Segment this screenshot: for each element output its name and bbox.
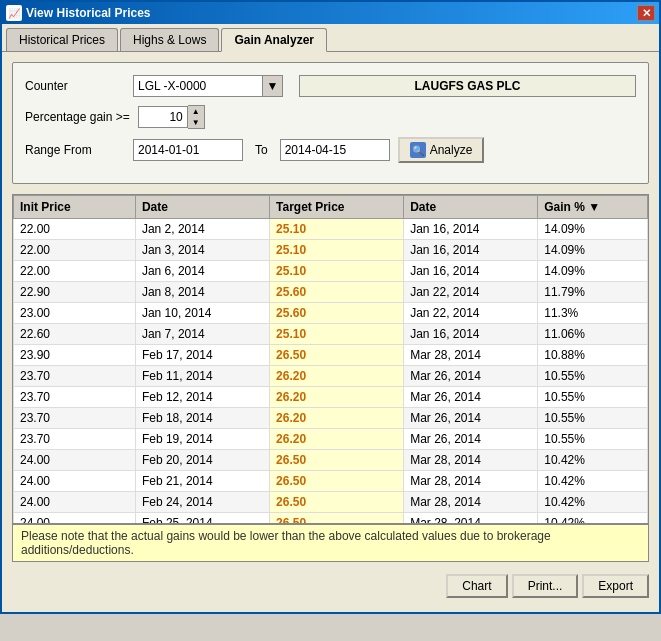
cell-gain: 11.3%: [538, 303, 648, 324]
cell-date2: Mar 28, 2014: [404, 450, 538, 471]
cell-target-price: 26.50: [270, 513, 404, 524]
col-header-init-price: Init Price: [14, 196, 136, 219]
cell-date2: Jan 16, 2014: [404, 324, 538, 345]
cell-init-price: 24.00: [14, 492, 136, 513]
cell-target-price: 25.10: [270, 324, 404, 345]
cell-date1: Feb 19, 2014: [135, 429, 269, 450]
table-row: 24.00Feb 24, 201426.50Mar 28, 201410.42%: [14, 492, 648, 513]
cell-target-price: 25.60: [270, 303, 404, 324]
counter-dropdown-arrow[interactable]: ▼: [263, 75, 283, 97]
cell-date1: Feb 25, 2014: [135, 513, 269, 524]
percentage-label: Percentage gain >=: [25, 110, 130, 124]
cell-date2: Jan 22, 2014: [404, 282, 538, 303]
cell-date1: Feb 18, 2014: [135, 408, 269, 429]
close-button[interactable]: ✕: [637, 5, 655, 21]
cell-gain: 10.42%: [538, 492, 648, 513]
table-row: 24.00Feb 20, 201426.50Mar 28, 201410.42%: [14, 450, 648, 471]
range-from-label: Range From: [25, 143, 125, 157]
cell-date2: Jan 22, 2014: [404, 303, 538, 324]
tab-highs-lows[interactable]: Highs & Lows: [120, 28, 219, 51]
company-name-label: LAUGFS GAS PLC: [299, 75, 636, 97]
cell-init-price: 22.90: [14, 282, 136, 303]
table-header-row: Init Price Date Target Price Date: [14, 196, 648, 219]
cell-date1: Jan 3, 2014: [135, 240, 269, 261]
cell-date1: Jan 6, 2014: [135, 261, 269, 282]
table-row: 22.00Jan 3, 201425.10Jan 16, 201414.09%: [14, 240, 648, 261]
form-section: Counter ▼ LAUGFS GAS PLC Percentage gain…: [12, 62, 649, 184]
table-row: 23.70Feb 11, 201426.20Mar 26, 201410.55%: [14, 366, 648, 387]
table-row: 22.00Jan 6, 201425.10Jan 16, 201414.09%: [14, 261, 648, 282]
analyze-icon: 🔍: [410, 142, 426, 158]
table-wrapper[interactable]: Init Price Date Target Price Date: [13, 195, 648, 523]
range-to-input[interactable]: [280, 139, 390, 161]
cell-date2: Mar 26, 2014: [404, 429, 538, 450]
cell-date2: Mar 26, 2014: [404, 408, 538, 429]
cell-date2: Mar 28, 2014: [404, 345, 538, 366]
print-button[interactable]: Print...: [512, 574, 579, 598]
cell-init-price: 23.70: [14, 408, 136, 429]
cell-target-price: 26.20: [270, 429, 404, 450]
counter-row: Counter ▼ LAUGFS GAS PLC: [25, 75, 636, 97]
cell-gain: 14.09%: [538, 261, 648, 282]
cell-init-price: 23.90: [14, 345, 136, 366]
cell-init-price: 24.00: [14, 471, 136, 492]
spin-down-button[interactable]: ▼: [188, 117, 204, 128]
tab-bar: Historical Prices Highs & Lows Gain Anal…: [2, 24, 659, 52]
percentage-input[interactable]: [138, 106, 188, 128]
cell-gain: 11.79%: [538, 282, 648, 303]
tab-gain-analyzer[interactable]: Gain Analyzer: [221, 28, 327, 52]
cell-target-price: 26.50: [270, 345, 404, 366]
counter-select-container: ▼: [133, 75, 283, 97]
export-button[interactable]: Export: [582, 574, 649, 598]
cell-gain: 10.88%: [538, 345, 648, 366]
cell-init-price: 23.70: [14, 429, 136, 450]
counter-label: Counter: [25, 79, 125, 93]
chart-button[interactable]: Chart: [446, 574, 507, 598]
col-header-gain[interactable]: Gain % ▼: [538, 196, 648, 219]
cell-init-price: 22.60: [14, 324, 136, 345]
tab-historical[interactable]: Historical Prices: [6, 28, 118, 51]
percentage-spinner: ▲ ▼: [138, 105, 205, 129]
table-row: 22.90Jan 8, 201425.60Jan 22, 201411.79%: [14, 282, 648, 303]
results-table: Init Price Date Target Price Date: [13, 195, 648, 523]
spin-buttons: ▲ ▼: [188, 105, 205, 129]
cell-target-price: 26.20: [270, 387, 404, 408]
cell-date2: Jan 16, 2014: [404, 240, 538, 261]
cell-target-price: 26.50: [270, 450, 404, 471]
counter-input[interactable]: [133, 75, 263, 97]
table-body: 22.00Jan 2, 201425.10Jan 16, 201414.09%2…: [14, 219, 648, 524]
cell-gain: 11.06%: [538, 324, 648, 345]
percentage-row: Percentage gain >= ▲ ▼: [25, 105, 636, 129]
cell-date2: Mar 26, 2014: [404, 366, 538, 387]
cell-init-price: 23.70: [14, 387, 136, 408]
results-table-container: Init Price Date Target Price Date: [12, 194, 649, 524]
range-from-input[interactable]: [133, 139, 243, 161]
range-row: Range From To 🔍 Analyze: [25, 137, 636, 163]
title-bar: 📈 View Historical Prices ✕: [2, 2, 659, 24]
cell-gain: 10.42%: [538, 450, 648, 471]
analyze-button[interactable]: 🔍 Analyze: [398, 137, 485, 163]
cell-gain: 10.42%: [538, 471, 648, 492]
cell-date2: Mar 26, 2014: [404, 387, 538, 408]
bottom-bar: Chart Print... Export: [12, 570, 649, 602]
cell-target-price: 25.60: [270, 282, 404, 303]
cell-init-price: 24.00: [14, 513, 136, 524]
spin-up-button[interactable]: ▲: [188, 106, 204, 117]
cell-gain: 14.09%: [538, 240, 648, 261]
table-row: 23.70Feb 19, 201426.20Mar 26, 201410.55%: [14, 429, 648, 450]
table-row: 23.90Feb 17, 201426.50Mar 28, 201410.88%: [14, 345, 648, 366]
table-row: 24.00Feb 21, 201426.50Mar 28, 201410.42%: [14, 471, 648, 492]
cell-gain: 10.55%: [538, 366, 648, 387]
cell-target-price: 25.10: [270, 261, 404, 282]
cell-init-price: 22.00: [14, 261, 136, 282]
table-row: 23.70Feb 12, 201426.20Mar 26, 201410.55%: [14, 387, 648, 408]
cell-date1: Feb 17, 2014: [135, 345, 269, 366]
cell-gain: 14.09%: [538, 219, 648, 240]
cell-gain: 10.55%: [538, 387, 648, 408]
cell-date2: Mar 28, 2014: [404, 513, 538, 524]
cell-init-price: 22.00: [14, 219, 136, 240]
note-bar: Please note that the actual gains would …: [12, 524, 649, 562]
table-row: 24.00Feb 25, 201426.50Mar 28, 201410.42%: [14, 513, 648, 524]
cell-target-price: 25.10: [270, 219, 404, 240]
cell-date1: Feb 21, 2014: [135, 471, 269, 492]
